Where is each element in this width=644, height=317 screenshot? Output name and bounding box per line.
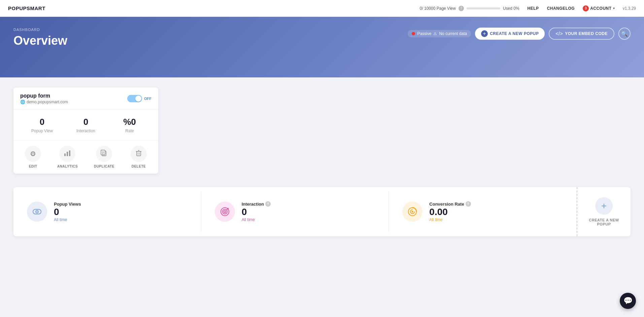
interaction-sub: All time xyxy=(242,217,271,222)
page-view-text: 0/ 10000 Page View xyxy=(420,6,456,11)
plus-icon: + xyxy=(481,30,488,37)
header-actions: Passive ⚠ No current data + CREATE A NEW… xyxy=(408,28,631,40)
account-label: ACCOUNT xyxy=(590,6,612,11)
toggle-switch[interactable] xyxy=(127,95,142,102)
popup-card-title: popup form xyxy=(20,93,68,99)
interaction-value: 0 xyxy=(64,117,108,127)
duplicate-icon-circle xyxy=(96,146,112,162)
chat-widget[interactable]: 💬 xyxy=(620,293,636,309)
svg-point-18 xyxy=(224,211,226,213)
popup-card: popup form 🌐 demo.popupsmart.com OFF 0 P… xyxy=(13,87,158,174)
duplicate-icon xyxy=(100,149,108,158)
edit-button[interactable]: ⚙ EDIT xyxy=(25,146,41,168)
edit-icon-circle: ⚙ xyxy=(25,146,41,162)
version-label: v1.3.29 xyxy=(623,6,636,11)
chevron-down-icon: ▾ xyxy=(613,6,615,10)
svg-rect-0 xyxy=(64,153,66,156)
svg-rect-8 xyxy=(137,151,141,156)
target-icon xyxy=(219,206,230,217)
svg-rect-2 xyxy=(69,150,70,156)
embed-code-icon: </> xyxy=(555,31,563,36)
rate-label: Rate xyxy=(108,129,151,133)
status-label: Passive xyxy=(417,31,431,36)
delete-label: DELETE xyxy=(132,165,146,168)
interaction-icon-wrap xyxy=(215,202,235,222)
create-new-label: CREATE A NEW POPUP xyxy=(584,218,624,226)
account-notification-badge: 3 xyxy=(583,5,589,11)
analytics-label: ANALYTICS xyxy=(57,165,78,168)
svg-point-15 xyxy=(37,211,38,212)
account-section[interactable]: 3 ACCOUNT ▾ xyxy=(583,5,615,11)
analytics-icon-circle xyxy=(59,146,75,162)
popup-views-icon-wrap xyxy=(27,202,47,222)
bar-chart-icon xyxy=(64,149,71,158)
changelog-link[interactable]: CHANGELOG xyxy=(547,6,575,11)
conversion-rate-icon xyxy=(407,206,418,217)
popup-card-stats: 0 Popup View 0 Interaction %0 Rate xyxy=(13,110,158,140)
main-content: popup form 🌐 demo.popupsmart.com OFF 0 P… xyxy=(0,77,644,246)
interaction-label: Interaction xyxy=(64,129,108,133)
search-button[interactable]: 🔍 xyxy=(618,28,631,40)
eye-icon xyxy=(32,206,42,217)
popup-card-actions: ⚙ EDIT ANALYTICS xyxy=(13,140,158,174)
svg-rect-1 xyxy=(67,152,68,156)
create-popup-label: CREATE A NEW POPUP xyxy=(490,31,539,36)
page-view-progress-bar xyxy=(467,7,500,9)
analytics-popup-views: Popup Views 0 All time xyxy=(13,191,201,232)
app-logo: POPUPSMART xyxy=(8,5,45,11)
interaction-value: 0 xyxy=(242,207,271,217)
interaction-help-icon[interactable]: ? xyxy=(265,201,271,207)
duplicate-label: DUPLICATE xyxy=(94,165,114,168)
gear-icon: ⚙ xyxy=(30,150,36,158)
analytics-interaction: Interaction ? 0 All time xyxy=(201,191,389,232)
popup-view-stat: 0 Popup View xyxy=(20,117,64,133)
rate-stat: %0 Rate xyxy=(108,117,151,133)
help-link[interactable]: HELP xyxy=(528,6,539,11)
conversion-rate-help-icon[interactable]: ? xyxy=(466,201,471,207)
used-percentage: Used 0% xyxy=(503,6,519,11)
interaction-info: Interaction ? 0 All time xyxy=(242,201,271,222)
header-banner: DASHBOARD Overview Passive ⚠ No current … xyxy=(0,17,644,77)
embed-code-button[interactable]: </> YOUR EMBED CODE xyxy=(549,28,614,40)
popup-card-title-section: popup form 🌐 demo.popupsmart.com xyxy=(20,93,68,104)
svg-point-17 xyxy=(223,209,227,214)
search-icon: 🔍 xyxy=(621,31,628,37)
analytics-row: Popup Views 0 All time Interaction xyxy=(13,187,631,236)
conversion-rate-label: Conversion Rate ? xyxy=(429,201,471,207)
toggle-knob xyxy=(135,96,141,102)
analytics-button[interactable]: ANALYTICS xyxy=(57,146,78,168)
popup-view-label: Popup View xyxy=(20,129,64,133)
page-view-section: 0/ 10000 Page View ? Used 0% xyxy=(420,6,519,11)
status-dot-icon xyxy=(412,32,415,35)
embed-code-label: YOUR EMBED CODE xyxy=(565,31,608,36)
interaction-label: Interaction ? xyxy=(242,201,271,207)
status-badge: Passive ⚠ No current data xyxy=(408,30,471,37)
chat-widget-icon: 💬 xyxy=(623,296,633,305)
interaction-stat: 0 Interaction xyxy=(64,117,108,133)
create-new-popup-box[interactable]: + CREATE A NEW POPUP xyxy=(577,187,631,236)
trash-icon xyxy=(135,149,142,158)
conversion-rate-value: 0.00 xyxy=(429,207,471,217)
conversion-rate-sub: All time xyxy=(429,217,471,222)
popup-view-value: 0 xyxy=(20,117,64,127)
page-view-help-icon[interactable]: ? xyxy=(459,6,464,11)
popup-card-header: popup form 🌐 demo.popupsmart.com OFF xyxy=(13,87,158,110)
popup-toggle[interactable]: OFF xyxy=(127,95,151,102)
delete-button[interactable]: DELETE xyxy=(131,146,147,168)
topnav-right-section: 0/ 10000 Page View ? Used 0% HELP CHANGE… xyxy=(420,5,636,11)
create-new-popup-button[interactable]: + CREATE A NEW POPUP xyxy=(475,28,545,40)
rate-value: %0 xyxy=(108,117,151,127)
popup-views-label: Popup Views xyxy=(54,202,81,207)
status-warning-icon: ⚠ xyxy=(433,31,437,36)
duplicate-button[interactable]: DUPLICATE xyxy=(94,146,114,168)
popup-card-domain: 🌐 demo.popupsmart.com xyxy=(20,100,68,104)
popup-views-info: Popup Views 0 All time xyxy=(54,202,81,222)
edit-label: EDIT xyxy=(29,165,37,168)
delete-icon-circle xyxy=(131,146,147,162)
popup-views-value: 0 xyxy=(54,207,81,217)
conversion-rate-info: Conversion Rate ? 0.00 All time xyxy=(429,201,471,222)
conversion-rate-icon-wrap xyxy=(402,202,422,222)
analytics-conversion-rate: Conversion Rate ? 0.00 All time xyxy=(389,191,577,232)
no-data-label: No current data xyxy=(439,31,467,36)
popup-card-domain-text: demo.popupsmart.com xyxy=(27,100,68,104)
